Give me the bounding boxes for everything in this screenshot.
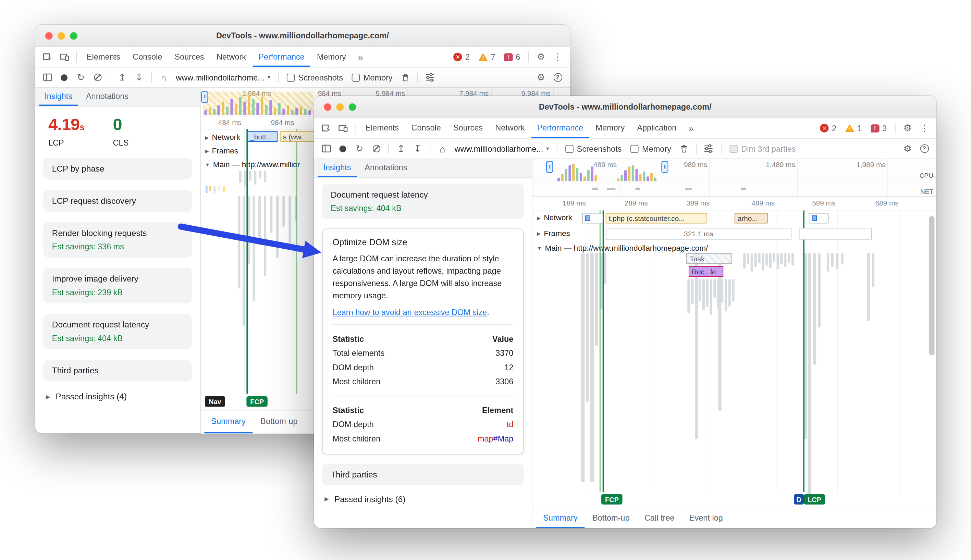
tab-annotations[interactable]: Annotations (359, 159, 413, 177)
memory-checkbox[interactable]: Memory (627, 144, 675, 153)
capture-settings-gear-icon[interactable]: ⚙ (533, 70, 549, 85)
toggle-sidebar-icon[interactable] (40, 70, 55, 85)
dim-third-parties-checkbox[interactable]: Dim 3rd parties (726, 144, 799, 153)
tab-sources[interactable]: Sources (448, 118, 489, 138)
origin-select[interactable]: www.milliondollarhome... ▾ (173, 73, 274, 82)
tab-bottom-up[interactable]: Bottom-up (586, 508, 636, 528)
insight-card-optimize-dom-size[interactable]: Optimize DOM size A large DOM can increa… (322, 228, 524, 454)
flame-chart[interactable]: 489 ms 989 ms 1,489 ms 1,989 ms CPU NET (532, 159, 936, 508)
error-badge[interactable]: ✕ 2 (816, 123, 840, 133)
overview-range-handle[interactable]: ‖ (201, 91, 208, 103)
tab-console[interactable]: Console (405, 118, 446, 138)
frames-track[interactable]: ▶ Frames (532, 226, 570, 241)
nav-marker-badge[interactable]: Nav (205, 396, 225, 407)
screenshots-checkbox[interactable]: Screenshots (283, 73, 347, 82)
toggle-sidebar-icon[interactable] (318, 141, 334, 156)
tab-sources[interactable]: Sources (169, 47, 210, 67)
upload-profile-icon[interactable]: ↥ (114, 70, 130, 85)
insight-card-render-blocking[interactable]: Render blocking requests Est savings: 33… (43, 222, 192, 258)
tab-insights[interactable]: Insights (39, 88, 78, 106)
help-button[interactable]: ? (550, 70, 566, 85)
home-icon[interactable]: ⌂ (156, 70, 171, 85)
overview-range-handle[interactable]: ‖ (661, 161, 668, 173)
network-request-chip[interactable]: arho... (734, 213, 768, 224)
more-tabs-icon[interactable]: » (683, 120, 699, 136)
settings-gear-icon[interactable]: ⚙ (900, 120, 915, 136)
tab-insights[interactable]: Insights (318, 159, 357, 177)
disclosure-triangle-icon[interactable]: ▶ (205, 135, 209, 140)
capture-settings-gear-icon[interactable]: ⚙ (900, 141, 915, 156)
tab-summary[interactable]: Summary (204, 410, 252, 433)
disclosure-triangle-icon[interactable]: ▶ (537, 215, 541, 220)
screenshots-checkbox[interactable]: Screenshots (562, 144, 626, 153)
device-toolbar-icon[interactable] (335, 120, 350, 136)
warning-badge[interactable]: ! 7 (475, 52, 499, 62)
reload-record-button[interactable]: ↻ (73, 70, 88, 85)
kebab-menu-icon[interactable]: ⋮ (550, 49, 566, 65)
cls-metric[interactable]: 0 CLS (113, 115, 129, 147)
kebab-menu-icon[interactable]: ⋮ (916, 120, 932, 136)
issues-badge[interactable]: ! 6 (500, 52, 524, 62)
clear-button[interactable] (90, 70, 105, 85)
main-thread-track[interactable]: ▼ Main — http://www.milliondollarhomepag… (532, 241, 708, 255)
network-track[interactable]: ▶ Network (201, 130, 240, 145)
overview-range-handle[interactable]: ‖ (546, 161, 553, 173)
tab-performance[interactable]: Performance (531, 118, 589, 138)
titlebar[interactable]: DevTools - www.milliondollarhomepage.com… (314, 96, 936, 118)
reload-record-button[interactable]: ↻ (352, 141, 367, 156)
tab-elements[interactable]: Elements (81, 47, 126, 67)
passed-insights-toggle[interactable]: ▶ Passed insights (6) (322, 494, 524, 503)
network-request-chip[interactable] (582, 213, 603, 224)
vertical-scrollbar[interactable] (929, 216, 934, 355)
frame-duration-block[interactable]: 321.1 ms (606, 228, 791, 239)
download-profile-icon[interactable]: ↧ (131, 70, 147, 85)
record-button[interactable] (335, 141, 350, 156)
garbage-collect-icon[interactable] (676, 141, 691, 156)
issues-badge[interactable]: ! 3 (867, 123, 891, 133)
origin-select[interactable]: www.milliondollarhome... ▾ (452, 144, 552, 153)
close-button[interactable] (324, 103, 331, 111)
tab-call-tree[interactable]: Call tree (637, 508, 681, 528)
network-track[interactable]: ▶ Network (532, 211, 572, 225)
frames-track[interactable]: ▶ Frames (201, 143, 238, 158)
recalculate-style-chip[interactable]: Rec...le (689, 266, 723, 277)
tab-bottom-up[interactable]: Bottom-up (254, 410, 304, 433)
dcl-marker-badge[interactable]: D (794, 494, 804, 505)
element-node-link[interactable]: td (507, 420, 514, 429)
clear-button[interactable] (368, 141, 384, 156)
tab-console[interactable]: Console (127, 47, 168, 67)
dom-size-doc-link[interactable]: Learn how to avoid an excessive DOM size (333, 308, 487, 317)
main-thread-track[interactable]: ▼ Main — http://www.millior (201, 157, 300, 172)
inspect-element-icon[interactable] (40, 49, 55, 65)
fullscreen-button[interactable] (349, 103, 356, 111)
fullscreen-button[interactable] (70, 32, 77, 40)
lcp-marker-badge[interactable]: LCP (804, 494, 825, 505)
network-request-chip[interactable]: t.php (c.statcounter.co... (606, 213, 707, 224)
network-request-chip[interactable]: _butt... (247, 131, 278, 142)
network-request-chip[interactable] (809, 213, 829, 224)
throttling-sliders-icon[interactable] (422, 70, 437, 85)
disclosure-triangle-icon[interactable]: ▶ (205, 148, 209, 154)
tab-application[interactable]: Application (631, 118, 682, 138)
tab-event-log[interactable]: Event log (682, 508, 730, 528)
passed-insights-toggle[interactable]: ▶ Passed insights (4) (43, 392, 192, 401)
error-badge[interactable]: ✕ 2 (450, 52, 474, 62)
throttling-sliders-icon[interactable] (701, 141, 716, 156)
tab-elements[interactable]: Elements (360, 118, 405, 138)
tab-performance[interactable]: Performance (253, 47, 310, 67)
insight-card-lcp-by-phase[interactable]: LCP by phase (43, 158, 192, 180)
more-tabs-icon[interactable]: » (353, 49, 368, 65)
insight-card-third-parties[interactable]: Third parties (322, 463, 524, 485)
insight-card-doc-request-latency[interactable]: Document request latency Est savings: 40… (322, 184, 524, 219)
insight-card-image-delivery[interactable]: Improve image delivery Est savings: 239 … (43, 268, 192, 303)
upload-profile-icon[interactable]: ↥ (393, 141, 409, 156)
tab-summary[interactable]: Summary (536, 508, 584, 528)
fcp-marker-badge[interactable]: FCP (601, 494, 622, 505)
fcp-marker-badge[interactable]: FCP (246, 396, 267, 407)
task-event-chip[interactable]: Task (686, 253, 732, 264)
tab-network[interactable]: Network (490, 118, 531, 138)
close-button[interactable] (45, 32, 53, 40)
disclosure-triangle-icon[interactable]: ▼ (537, 246, 542, 251)
device-toolbar-icon[interactable] (56, 49, 72, 65)
element-node-link[interactable]: map#Map (478, 433, 514, 443)
